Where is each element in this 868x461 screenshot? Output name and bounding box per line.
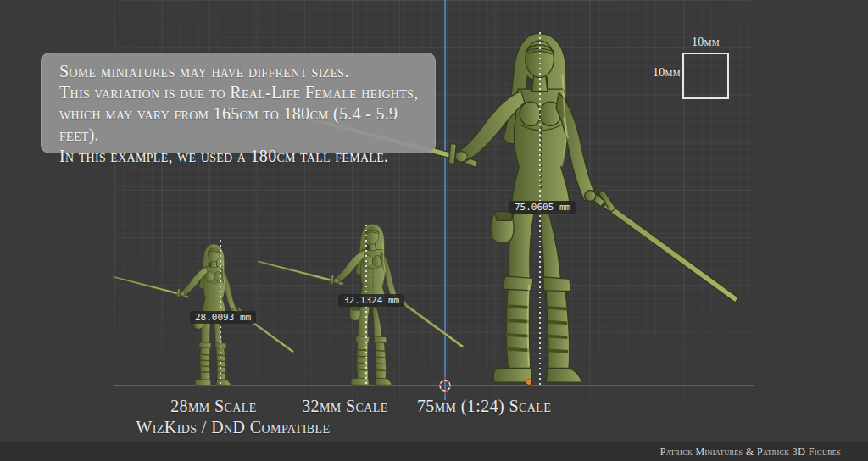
object-origin-icon	[526, 380, 531, 385]
credit-text: Patrick Miniatures & Patrick 3D Figures	[660, 446, 841, 458]
cursor-3d-icon[interactable]	[435, 375, 455, 396]
info-line-1: Some miniatures may have diffrent sizes.	[59, 61, 435, 82]
reference-square	[682, 53, 729, 99]
reference-square-side-label: 10mm	[647, 66, 681, 80]
footer-bar: Patrick Miniatures & Patrick 3D Figures	[0, 442, 868, 461]
viewport-3d[interactable]: 28.0093 mm 32.1324 mm 75.0605 mm Some mi…	[0, 0, 868, 461]
info-box: Some miniatures may have diffrent sizes.…	[41, 53, 436, 153]
compatibility-label: WizKids / DnD Compatible	[106, 418, 360, 437]
info-line-4: In this example, we used a 180cm tall fe…	[59, 146, 435, 167]
info-line-3: which may vary from 165cm to 180cm (5.4 …	[59, 103, 435, 146]
measurement-label-28mm: 28.0093 mm	[190, 311, 256, 324]
info-line-2: This variation is due to Real-Life Femal…	[59, 82, 435, 103]
measurement-label-75mm: 75.0605 mm	[509, 201, 576, 214]
reference-square-top-label: 10mm	[682, 36, 729, 49]
scale-label-75mm: 75mm (1:24) Scale	[378, 397, 590, 416]
measurement-label-32mm: 32.1324 mm	[338, 294, 404, 307]
